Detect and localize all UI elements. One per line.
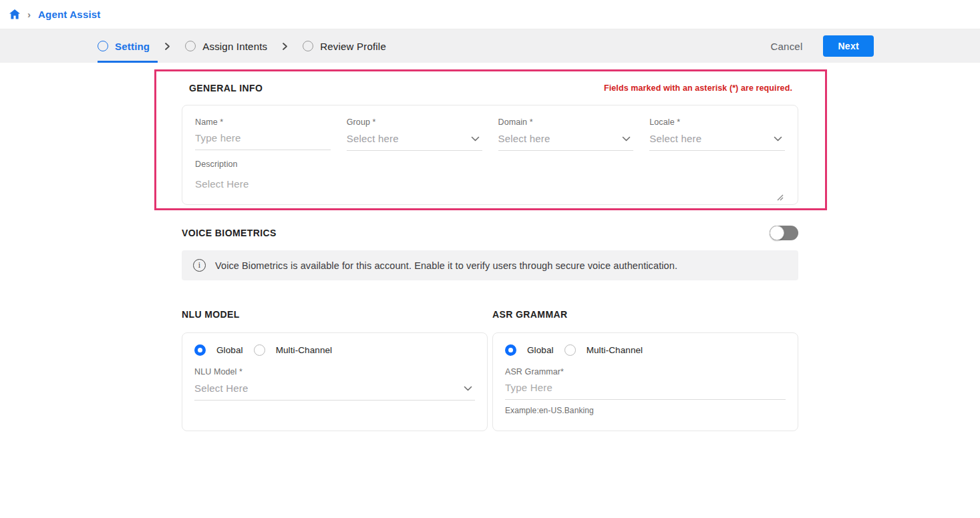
voice-biometrics-info-text: Voice Biometrics is available for this a… bbox=[215, 260, 677, 271]
asr-grammar-card: Global Multi-Channel ASR Grammar* Exampl… bbox=[492, 332, 798, 431]
general-info-card: Name * Group * Select here Domain * bbox=[182, 105, 798, 205]
info-icon: i bbox=[193, 259, 206, 272]
wizard-stepper: Setting Assign Intents Review Profile Ca… bbox=[0, 29, 980, 63]
radio-unchecked-icon bbox=[254, 344, 265, 356]
locale-select-value: Select here bbox=[649, 133, 701, 144]
radio-unchecked-icon bbox=[564, 344, 576, 356]
home-icon[interactable] bbox=[9, 9, 20, 19]
nlu-model-title: NLU MODEL bbox=[182, 309, 488, 320]
group-label: Group * bbox=[347, 117, 482, 127]
step-circle bbox=[185, 41, 196, 51]
asr-multi-channel-radio[interactable]: Multi-Channel bbox=[564, 344, 643, 356]
group-select-value: Select here bbox=[347, 133, 399, 144]
radio-checked-icon bbox=[194, 344, 206, 356]
step-circle bbox=[98, 41, 108, 51]
domain-field: Domain * Select here bbox=[498, 117, 634, 151]
domain-select[interactable]: Select here bbox=[498, 132, 634, 151]
asr-grammar-label: ASR Grammar* bbox=[505, 367, 786, 376]
nlu-model-field: NLU Model * Select Here bbox=[194, 367, 475, 401]
group-field: Group * Select here bbox=[347, 117, 482, 151]
locale-label: Locale * bbox=[649, 117, 785, 127]
nlu-model-label: NLU Model * bbox=[194, 367, 475, 376]
cancel-button[interactable]: Cancel bbox=[771, 41, 803, 52]
step-label: Review Profile bbox=[320, 41, 386, 52]
required-fields-note: Fields marked with an asterisk (*) are r… bbox=[604, 83, 792, 93]
description-field: Description bbox=[195, 160, 785, 205]
locale-field: Locale * Select here bbox=[649, 117, 785, 151]
asr-global-radio[interactable]: Global bbox=[505, 344, 554, 356]
chevron-down-icon bbox=[622, 132, 631, 144]
nlu-model-select-value: Select Here bbox=[194, 382, 249, 394]
domain-select-value: Select here bbox=[498, 133, 550, 144]
nlu-model-select[interactable]: Select Here bbox=[194, 382, 475, 401]
breadcrumb: › Agent Assist bbox=[0, 0, 980, 29]
wizard-actions: Cancel Next bbox=[771, 35, 980, 57]
name-label: Name * bbox=[195, 117, 331, 127]
radio-label: Global bbox=[216, 345, 243, 355]
name-input[interactable] bbox=[195, 132, 331, 150]
locale-select[interactable]: Select here bbox=[649, 132, 785, 151]
chevron-down-icon bbox=[774, 132, 782, 144]
step-review-profile[interactable]: Review Profile bbox=[303, 29, 386, 63]
breadcrumb-separator: › bbox=[27, 9, 31, 20]
resize-handle-icon[interactable] bbox=[776, 192, 784, 204]
nlu-global-radio[interactable]: Global bbox=[194, 344, 243, 356]
step-label: Setting bbox=[115, 41, 150, 52]
chevron-down-icon bbox=[464, 382, 472, 394]
step-assign-intents[interactable]: Assign Intents bbox=[185, 29, 267, 63]
general-info-title: GENERAL INFO bbox=[189, 83, 263, 93]
chevron-down-icon bbox=[471, 132, 480, 144]
nlu-multi-channel-radio[interactable]: Multi-Channel bbox=[254, 344, 333, 356]
radio-label: Multi-Channel bbox=[587, 345, 643, 355]
toggle-knob bbox=[770, 226, 784, 240]
step-label: Assign Intents bbox=[202, 41, 267, 52]
group-select[interactable]: Select here bbox=[347, 132, 482, 151]
voice-biometrics-toggle[interactable] bbox=[770, 226, 798, 240]
asr-grammar-field: ASR Grammar* Example:en-US.Banking bbox=[505, 367, 786, 415]
chevron-right-icon bbox=[282, 42, 288, 51]
domain-label: Domain * bbox=[498, 117, 634, 127]
voice-biometrics-title: VOICE BIOMETRICS bbox=[182, 228, 277, 238]
asr-grammar-input[interactable] bbox=[505, 382, 786, 400]
asr-grammar-helper: Example:en-US.Banking bbox=[505, 406, 786, 415]
step-circle bbox=[303, 41, 313, 51]
step-setting[interactable]: Setting bbox=[98, 29, 150, 63]
chevron-right-icon bbox=[164, 42, 170, 51]
radio-label: Multi-Channel bbox=[276, 345, 333, 355]
asr-grammar-title: ASR GRAMMAR bbox=[492, 309, 798, 320]
name-field: Name * bbox=[195, 117, 331, 151]
nlu-model-card: Global Multi-Channel NLU Model * Select … bbox=[182, 332, 488, 431]
radio-label: Global bbox=[527, 345, 554, 355]
radio-checked-icon bbox=[505, 344, 516, 356]
description-label: Description bbox=[195, 160, 785, 169]
description-textarea[interactable] bbox=[195, 174, 785, 205]
voice-biometrics-info-banner: i Voice Biometrics is available for this… bbox=[182, 250, 798, 280]
next-button[interactable]: Next bbox=[823, 35, 874, 57]
breadcrumb-link-agent-assist[interactable]: Agent Assist bbox=[38, 9, 101, 20]
main-content: GENERAL INFO Fields marked with an aster… bbox=[0, 63, 980, 518]
